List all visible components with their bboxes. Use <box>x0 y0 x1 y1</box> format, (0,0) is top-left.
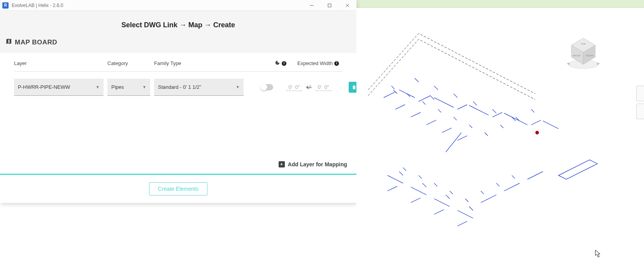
width-max-input[interactable] <box>316 84 331 91</box>
viewport-3d[interactable]: TOP FRONT RIGHT <box>356 8 644 273</box>
view-cube[interactable]: TOP FRONT RIGHT <box>565 35 601 71</box>
width-min-input[interactable] <box>286 84 302 91</box>
add-layer-label: Add Layer for Mapping <box>288 161 347 167</box>
info-icon[interactable]: i <box>282 61 286 66</box>
info-icon[interactable]: i <box>334 61 339 66</box>
helix-dialog: R EvolveLAB | Helix - 2.6.0 Select DWG L… <box>0 0 356 203</box>
section-title: MAP BOARD <box>0 36 356 53</box>
cursor-icon <box>595 250 601 257</box>
svg-marker-9 <box>567 63 570 65</box>
create-label: Create Elements <box>158 186 198 192</box>
layer-select[interactable]: P-HWRR-PIPE-NEWW ▼ <box>14 79 104 96</box>
svg-marker-10 <box>597 63 600 65</box>
app-icon: R <box>2 2 9 9</box>
svg-rect-0 <box>328 4 331 7</box>
maximize-button[interactable] <box>321 0 339 11</box>
col-width: Expected Width <box>297 60 333 66</box>
layer-value: P-HWRR-PIPE-NEWW <box>18 84 70 90</box>
dock-tool-1[interactable] <box>636 86 644 101</box>
category-value: Pipes <box>111 84 124 90</box>
category-select[interactable]: Pipes ▼ <box>107 79 150 96</box>
chevron-down-icon: ▼ <box>142 85 146 89</box>
host-app-ribbon <box>356 0 644 8</box>
col-layer: Layer <box>14 60 107 66</box>
svg-text:FRONT: FRONT <box>573 54 581 57</box>
dialog-footer: Create Elements <box>0 175 356 203</box>
right-dock-tools <box>636 86 644 119</box>
table-row: P-HWRR-PIPE-NEWW ▼ Pipes ▼ Standard - 0'… <box>0 72 356 96</box>
section-title-text: MAP BOARD <box>15 39 57 46</box>
offset-toggle[interactable] <box>261 84 273 90</box>
plus-icon: + <box>279 161 285 167</box>
chevron-down-icon: ▼ <box>96 85 100 89</box>
titlebar[interactable]: R EvolveLAB | Helix - 2.6.0 <box>0 0 356 11</box>
chevron-down-icon: ▼ <box>236 85 240 89</box>
plus-minus-icon: +⁄- <box>306 84 312 90</box>
svg-text:TOP: TOP <box>581 42 586 45</box>
dock-tool-2[interactable] <box>636 104 644 119</box>
svg-point-1 <box>535 131 539 134</box>
window-title: EvolveLAB | Helix - 2.6.0 <box>12 3 303 8</box>
width-cell: +⁄- <box>286 84 349 91</box>
add-layer-button[interactable]: + Add Layer for Mapping <box>279 161 347 167</box>
map-icon <box>5 38 12 47</box>
create-elements-button[interactable]: Create Elements <box>149 182 207 196</box>
moon-icon <box>275 60 280 67</box>
close-button[interactable] <box>339 0 356 11</box>
col-family: Family Type <box>154 60 247 66</box>
family-value: Standard - 0' 1 1/2" <box>158 84 201 90</box>
minimize-button[interactable] <box>303 0 321 11</box>
map-board: Layer Category Family Type i Expected Wi… <box>0 53 356 174</box>
step-header: Select DWG Link → Map → Create <box>0 11 356 36</box>
col-category: Category <box>107 60 154 66</box>
column-headers: Layer Category Family Type i Expected Wi… <box>0 56 356 71</box>
family-select[interactable]: Standard - 0' 1 1/2" ▼ <box>154 79 244 96</box>
svg-text:RIGHT: RIGHT <box>586 54 593 57</box>
